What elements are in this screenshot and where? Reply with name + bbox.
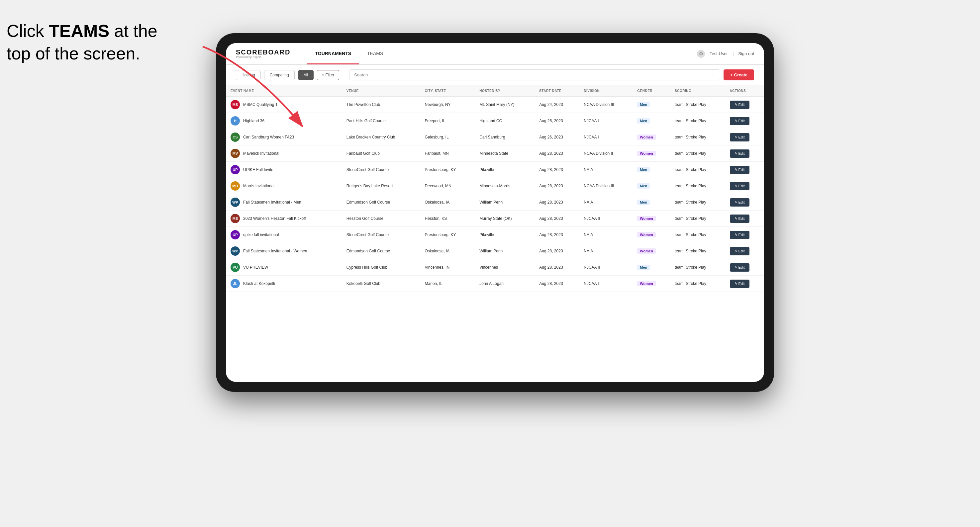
logo-sub: Powered by Clippit — [236, 56, 290, 59]
event-name: Carl Sandburg Women FA23 — [243, 135, 294, 140]
division-cell: NJCAA I — [579, 276, 633, 292]
division-cell: NAIA — [579, 243, 633, 259]
table-row: UP upike fall invitational StoneCrest Go… — [226, 227, 764, 243]
event-name: 2023 Women's Hesston Fall Kickoff — [243, 216, 306, 221]
table-row: VU VU PREVIEW Cypress Hills Golf ClubVin… — [226, 259, 764, 276]
division-cell: NJCAA II — [579, 211, 633, 227]
division-cell: NJCAA I — [579, 113, 633, 129]
all-button[interactable]: All — [298, 70, 313, 80]
hosted-by-cell: Carl Sandburg — [475, 129, 535, 146]
venue-cell: Hesston Golf Course — [342, 211, 420, 227]
city-state-cell: Deerwood, MN — [420, 178, 475, 194]
event-name-cell: MV Maverick Invitational — [226, 146, 342, 162]
table-row: MS MSMC Qualifying 1 The Powelton ClubNe… — [226, 97, 764, 113]
gender-cell: Women — [633, 276, 670, 292]
start-date-cell: Aug 24, 2023 — [535, 97, 579, 113]
toolbar: Hosting Competing All ≡ Filter + Create — [226, 65, 764, 85]
gender-badge: Women — [637, 135, 656, 140]
division-cell: NAIA — [579, 227, 633, 243]
actions-cell: ✎ Edit — [725, 129, 764, 146]
filter-button[interactable]: ≡ Filter — [317, 70, 339, 80]
column-header-division: DIVISION — [579, 85, 633, 97]
hosted-by-cell: Minnesota State — [475, 146, 535, 162]
gender-badge: Men — [637, 167, 650, 172]
city-state-cell: Marion, IL — [420, 276, 475, 292]
scoring-cell: team, Stroke Play — [670, 178, 725, 194]
tab-tournaments[interactable]: TOURNAMENTS — [307, 43, 359, 64]
edit-button[interactable]: ✎ Edit — [730, 247, 749, 256]
city-state-cell: Oskaloosa, IA — [420, 194, 475, 211]
sign-out-link[interactable]: Sign out — [738, 51, 754, 56]
gender-badge: Men — [637, 200, 650, 205]
start-date-cell: Aug 28, 2023 — [535, 178, 579, 194]
edit-button[interactable]: ✎ Edit — [730, 264, 749, 271]
event-name: Maverick Invitational — [243, 151, 279, 156]
gender-cell: Women — [633, 129, 670, 146]
venue-cell: Ruttger's Bay Lake Resort — [342, 178, 420, 194]
actions-cell: ✎ Edit — [725, 194, 764, 211]
division-cell: NJCAA I — [579, 129, 633, 146]
event-name: UPIKE Fall Invite — [243, 167, 274, 172]
city-state-cell: Hesston, KS — [420, 211, 475, 227]
table-row: JL Klash at Kokopelli Kokopelli Golf Clu… — [226, 276, 764, 292]
event-name: upike fall invitational — [243, 232, 279, 237]
table-row: H Highland 36 Park Hills Golf CourseFree… — [226, 113, 764, 129]
division-cell: NCAA Division III — [579, 178, 633, 194]
column-header-city--state: CITY, STATE — [420, 85, 475, 97]
hosted-by-cell: John A Logan — [475, 276, 535, 292]
edit-button[interactable]: ✎ Edit — [730, 133, 749, 141]
hosted-by-cell: Pikeville — [475, 162, 535, 178]
hosting-button[interactable]: Hosting — [236, 70, 261, 80]
competing-button[interactable]: Competing — [264, 70, 295, 80]
scoring-cell: team, Stroke Play — [670, 146, 725, 162]
team-logo: H — [231, 116, 240, 125]
tab-teams[interactable]: TEAMS — [359, 43, 391, 64]
gender-cell: Men — [633, 97, 670, 113]
hosted-by-cell: Highland CC — [475, 113, 535, 129]
venue-cell: Edmundson Golf Course — [342, 243, 420, 259]
team-logo: MV — [231, 149, 240, 158]
team-logo: UP — [231, 230, 240, 240]
hosted-by-cell: William Penn — [475, 243, 535, 259]
table-row: MS 2023 Women's Hesston Fall Kickoff Hes… — [226, 211, 764, 227]
scoring-cell: team, Stroke Play — [670, 162, 725, 178]
city-state-cell: Galesburg, IL — [420, 129, 475, 146]
gender-cell: Men — [633, 194, 670, 211]
edit-button[interactable]: ✎ Edit — [730, 149, 749, 158]
edit-button[interactable]: ✎ Edit — [730, 214, 749, 223]
column-header-actions: ACTIONS — [725, 85, 764, 97]
team-logo: MS — [231, 100, 240, 109]
event-name-cell: MO Morris Invitational — [226, 178, 342, 194]
division-cell: NCAA Division III — [579, 97, 633, 113]
logo-area: SCOREBOARD Powered by Clippit — [236, 49, 290, 59]
gender-cell: Women — [633, 146, 670, 162]
city-state-cell: Vincennes, IN — [420, 259, 475, 276]
event-name: Klash at Kokopelli — [243, 281, 275, 286]
actions-cell: ✎ Edit — [725, 162, 764, 178]
start-date-cell: Aug 26, 2023 — [535, 129, 579, 146]
edit-button[interactable]: ✎ Edit — [730, 166, 749, 174]
edit-button[interactable]: ✎ Edit — [730, 231, 749, 239]
edit-button[interactable]: ✎ Edit — [730, 198, 749, 206]
edit-button[interactable]: ✎ Edit — [730, 182, 749, 190]
search-input[interactable] — [349, 70, 720, 80]
table-row: WP Fall Statesmen Invitational - Men Edm… — [226, 194, 764, 211]
scoring-cell: team, Stroke Play — [670, 113, 725, 129]
user-name: Test User — [710, 51, 728, 56]
team-logo: JL — [231, 279, 240, 288]
actions-cell: ✎ Edit — [725, 259, 764, 276]
table-row: MV Maverick Invitational Faribault Golf … — [226, 146, 764, 162]
edit-button[interactable]: ✎ Edit — [730, 101, 749, 109]
logo-text: SCOREBOARD — [236, 49, 290, 56]
scoring-cell: team, Stroke Play — [670, 243, 725, 259]
actions-cell: ✎ Edit — [725, 243, 764, 259]
event-name: VU PREVIEW — [243, 265, 268, 270]
column-header-scoring: SCORING — [670, 85, 725, 97]
create-button[interactable]: + Create — [724, 70, 754, 80]
edit-button[interactable]: ✎ Edit — [730, 117, 749, 125]
header-right: ⚙ Test User | Sign out — [697, 50, 754, 58]
settings-icon[interactable]: ⚙ — [697, 50, 705, 58]
edit-button[interactable]: ✎ Edit — [730, 279, 749, 288]
start-date-cell: Aug 28, 2023 — [535, 211, 579, 227]
gender-badge: Women — [637, 248, 656, 254]
